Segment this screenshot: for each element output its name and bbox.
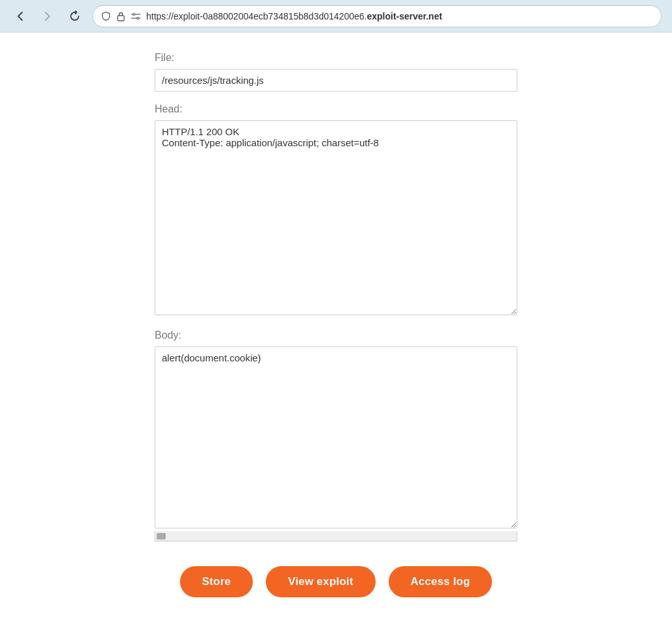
svg-point-2 (137, 17, 139, 19)
shield-icon (101, 11, 111, 21)
lock-icon (116, 11, 125, 21)
store-button[interactable]: Store (180, 566, 253, 597)
head-section: Head: HTTP/1.1 200 OK Content-Type: appl… (0, 103, 672, 318)
page-content: File: Head: HTTP/1.1 200 OK Content-Type… (0, 32, 672, 624)
refresh-button[interactable] (65, 9, 84, 23)
access-log-button[interactable]: Access log (389, 566, 493, 597)
view-exploit-button[interactable]: View exploit (266, 566, 375, 597)
tune-icon (131, 12, 141, 21)
url-bold-part: exploit-server.net (367, 11, 442, 21)
svg-point-1 (133, 13, 135, 15)
browser-bar: https://exploit-0a88002004ecb734815b8d3d… (0, 0, 672, 32)
horizontal-scrollbar[interactable] (155, 531, 517, 541)
body-section: Body: alert(document.cookie) (0, 330, 672, 541)
address-bar[interactable]: https://exploit-0a88002004ecb734815b8d3d… (92, 5, 662, 27)
file-label: File: (155, 52, 517, 64)
file-input[interactable] (155, 69, 517, 92)
url-normal-part: https://exploit-0a88002004ecb734815b8d3d… (146, 11, 367, 21)
url-text: https://exploit-0a88002004ecb734815b8d3d… (146, 11, 653, 21)
action-buttons: Store View exploit Access log (0, 553, 672, 617)
head-label: Head: (155, 103, 517, 115)
head-textarea[interactable]: HTTP/1.1 200 OK Content-Type: applicatio… (155, 120, 517, 315)
body-textarea[interactable]: alert(document.cookie) (155, 346, 517, 528)
forward-button[interactable] (38, 9, 57, 23)
body-label: Body: (155, 330, 517, 341)
scrollbar-thumb (157, 533, 166, 540)
file-section: File: (0, 52, 672, 92)
svg-rect-0 (118, 16, 124, 21)
back-button[interactable] (10, 9, 30, 23)
